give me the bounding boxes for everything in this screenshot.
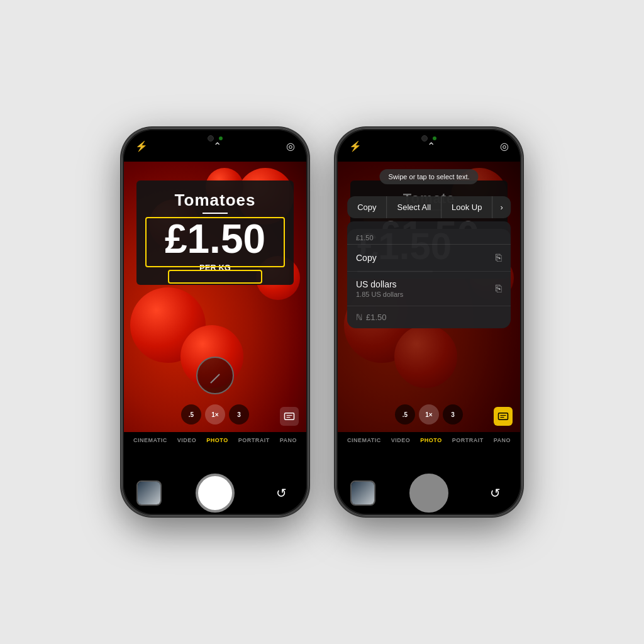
flip-camera-left[interactable]: ↺ (269, 480, 294, 506)
main-scene: ⚡ ⌃ ◎ (121, 127, 523, 517)
mode-pano-right[interactable]: PANO (494, 437, 511, 443)
usd-icon-action: ⎘ (496, 283, 502, 294)
select-all-button-top[interactable]: Select All (387, 196, 441, 218)
phone-right: ⚡ ⌃ ◎ Tomate (335, 127, 523, 517)
live-text-icon-left[interactable] (280, 407, 299, 426)
camera-bottom-right: CINEMATIC VIDEO PHOTO PORTRAIT PANO ↺ (338, 432, 520, 514)
thumbnail-right[interactable] (350, 480, 375, 506)
action-menu-header: £1.50 (347, 229, 511, 245)
action-copy-item[interactable]: Copy ⎘ (347, 245, 511, 272)
shutter-button-left[interactable] (196, 474, 235, 513)
mode-cinematic-left[interactable]: CINEMATIC (133, 437, 167, 443)
per-left: PER KG (149, 263, 281, 272)
zoom-3-right[interactable]: 3 (443, 404, 463, 425)
mode-video-right[interactable]: VIDEO (391, 437, 411, 443)
tomato-bg-left: Tomatoes £1.50 PER KG (124, 162, 306, 432)
flip-camera-right[interactable]: ↺ (482, 480, 508, 506)
mode-portrait-left[interactable]: PORTRAIT (238, 437, 270, 443)
copy-icon-action: ⎘ (496, 252, 502, 264)
mode-selector-right: CINEMATIC VIDEO PHOTO PORTRAIT PANO (347, 437, 511, 443)
currency-value: £1.50 (366, 313, 387, 322)
price-left: £1.50 (149, 219, 281, 259)
camera-top-bar-right: ⚡ ⌃ ◎ (338, 130, 520, 162)
timer-icon-left[interactable]: ◎ (286, 140, 295, 152)
sign-board-left: Tomatoes £1.50 PER KG (136, 180, 294, 285)
magnifier-left (196, 357, 234, 394)
currency-row: ℕ £1.50 (347, 306, 511, 328)
zoom-3-left[interactable]: 3 (229, 404, 249, 425)
action-copy-text: Copy (356, 253, 377, 263)
mode-photo-left[interactable]: PHOTO (206, 437, 228, 443)
svg-rect-0 (285, 413, 294, 420)
sign-title-left: Tomatoes (149, 191, 281, 210)
shutter-button-right[interactable] (409, 474, 448, 513)
mode-cinematic-right[interactable]: CINEMATIC (347, 437, 381, 443)
arrow-icon-right[interactable]: ⌃ (427, 140, 435, 152)
svg-rect-3 (499, 413, 508, 420)
more-button-top[interactable]: › (492, 196, 510, 218)
context-menu-top: Copy Select All Look Up › (347, 196, 511, 218)
zoom-1x-left[interactable]: 1× (205, 404, 225, 425)
timer-icon-right[interactable]: ◎ (500, 140, 509, 152)
flash-icon-left[interactable]: ⚡ (135, 140, 148, 152)
zoom-05-right[interactable]: .5 (395, 404, 415, 425)
zoom-controls-right: .5 1× 3 (395, 404, 463, 425)
camera-bottom-left: CINEMATIC VIDEO PHOTO PORTRAIT PANO ↺ (124, 432, 306, 514)
flash-icon-right[interactable]: ⚡ (349, 140, 362, 152)
mode-video-left[interactable]: VIDEO (177, 437, 197, 443)
swipe-hint: Swipe or tap to select text. (379, 169, 478, 184)
action-usd-item[interactable]: US dollars 1.85 US dollars ⎘ (347, 272, 511, 306)
zoom-controls-left: .5 1× 3 (181, 404, 249, 425)
mode-selector-left: CINEMATIC VIDEO PHOTO PORTRAIT PANO (133, 437, 297, 443)
currency-symbol: ℕ (356, 313, 362, 322)
mode-photo-right[interactable]: PHOTO (420, 437, 441, 443)
shutter-row-left: ↺ (124, 474, 306, 513)
camera-top-bar-left: ⚡ ⌃ ◎ (124, 130, 306, 162)
mode-pano-left[interactable]: PANO (280, 437, 297, 443)
action-menu: £1.50 Copy ⎘ US dollars 1.85 US dollars … (347, 229, 511, 328)
action-usd-text: US dollars 1.85 US dollars (356, 279, 403, 298)
copy-button-top[interactable]: Copy (347, 196, 387, 218)
live-text-icon-right[interactable] (494, 407, 513, 426)
thumbnail-left[interactable] (136, 480, 162, 506)
viewfinder-right: Tomate £1.50 Swipe or tap to select text… (338, 162, 520, 432)
shutter-row-right: ↺ (338, 474, 520, 513)
mode-portrait-right[interactable]: PORTRAIT (452, 437, 484, 443)
zoom-1x-right[interactable]: 1× (419, 404, 439, 425)
viewfinder-left: Tomatoes £1.50 PER KG (124, 162, 306, 432)
look-up-button-top[interactable]: Look Up (441, 196, 492, 218)
zoom-05-left[interactable]: .5 (181, 404, 201, 425)
arrow-icon-left[interactable]: ⌃ (213, 140, 221, 152)
phone-left: ⚡ ⌃ ◎ (121, 127, 309, 517)
